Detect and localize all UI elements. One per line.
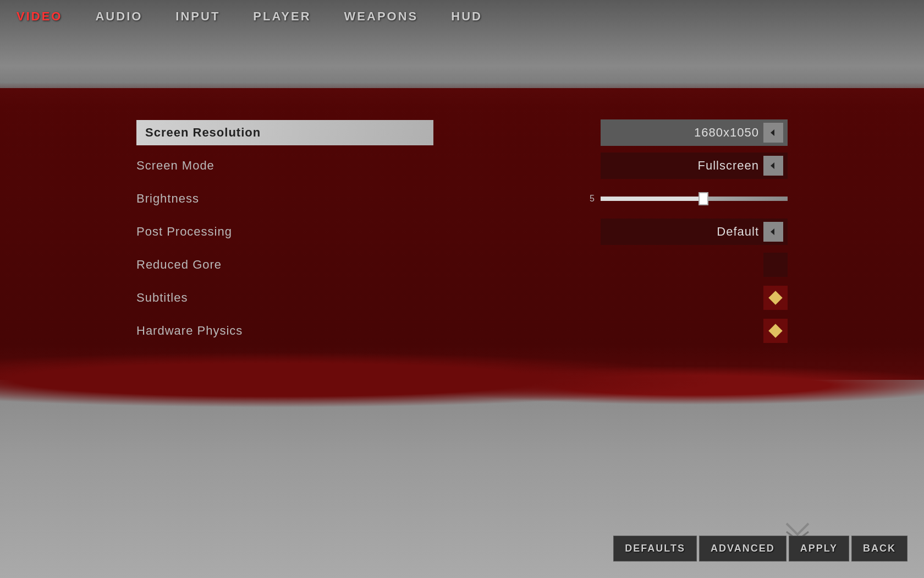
setting-label-hardware-physics: Hardware Physics xyxy=(136,324,433,338)
action-btn-advanced[interactable]: ADVANCED xyxy=(699,536,787,561)
setting-row-hardware-physics: Hardware Physics xyxy=(136,317,788,345)
slider-min-label-brightness: 5 xyxy=(590,194,597,204)
setting-control-screen-mode: Fullscreen xyxy=(433,152,788,179)
nav-item-audio[interactable]: AUDIO xyxy=(95,9,142,24)
setting-row-post-processing: Post ProcessingDefault xyxy=(136,217,788,246)
action-btn-back[interactable]: BACK xyxy=(851,536,908,561)
svg-marker-0 xyxy=(771,129,774,136)
nav-bar: VIDEOAUDIOINPUTPLAYERWEAPONSHUD xyxy=(0,0,924,33)
settings-panel: Screen Resolution1680x1050Screen ModeFul… xyxy=(136,118,788,345)
setting-label-subtitles: Subtitles xyxy=(136,291,433,305)
action-btn-apply[interactable]: APPLY xyxy=(789,536,849,561)
checkbox-reduced-gore[interactable] xyxy=(763,253,788,277)
setting-row-reduced-gore: Reduced Gore xyxy=(136,250,788,279)
arrow-btn-screen-mode[interactable] xyxy=(763,156,783,176)
setting-label-brightness: Brightness xyxy=(136,192,433,206)
slider-fill-brightness xyxy=(601,197,703,201)
setting-control-screen-resolution: 924x578 xyxy=(433,119,788,146)
setting-row-screen-mode: Screen ModeFullscreen xyxy=(136,151,788,180)
diamond-checkbox-hardware-physics[interactable] xyxy=(763,319,788,343)
nav-item-video[interactable]: VIDEO xyxy=(16,9,62,24)
nav-item-player[interactable]: PLAYER xyxy=(253,9,311,24)
svg-marker-2 xyxy=(771,228,774,235)
setting-label-reduced-gore: Reduced Gore xyxy=(136,258,433,272)
diamond-shape-hardware-physics xyxy=(768,324,782,337)
dropdown-screen-mode[interactable]: Fullscreen xyxy=(601,152,788,179)
diamond-shape-subtitles xyxy=(768,291,782,304)
diamond-checkbox-subtitles[interactable] xyxy=(763,286,788,310)
setting-control-subtitles xyxy=(433,286,788,310)
dropdown-screen-resolution[interactable]: 924x578 xyxy=(601,119,788,146)
dropdown-post-processing[interactable]: Default xyxy=(601,219,788,245)
dropdown-value-screen-resolution: 924x578 xyxy=(694,126,759,140)
slider-thumb-brightness[interactable] xyxy=(698,192,708,205)
action-btn-defaults[interactable]: DEFAULTS xyxy=(613,536,697,561)
setting-control-hardware-physics xyxy=(433,319,788,343)
setting-control-reduced-gore xyxy=(433,253,788,277)
slider-brightness[interactable]: 5 xyxy=(590,186,788,212)
nav-item-hud[interactable]: HUD xyxy=(451,9,482,24)
setting-label-screen-mode: Screen Mode xyxy=(136,159,433,173)
setting-control-brightness: 5 xyxy=(433,186,788,212)
nav-item-weapons[interactable]: WEAPONS xyxy=(344,9,419,24)
setting-row-subtitles: Subtitles xyxy=(136,283,788,312)
setting-row-screen-resolution: Screen Resolution1680x1050 xyxy=(136,118,788,147)
setting-label-screen-resolution: Screen Resolution xyxy=(136,120,433,145)
arrow-btn-post-processing[interactable] xyxy=(763,222,783,242)
action-buttons: DEFAULTSADVANCEDAPPLYBACK xyxy=(613,536,908,561)
dropdown-value-post-processing: Default xyxy=(717,225,759,239)
svg-marker-1 xyxy=(771,162,774,169)
setting-control-post-processing: Default xyxy=(433,219,788,245)
slider-track-brightness[interactable] xyxy=(601,197,788,201)
setting-row-brightness: Brightness5 xyxy=(136,184,788,213)
setting-label-post-processing: Post Processing xyxy=(136,225,433,239)
arrow-btn-screen-resolution[interactable] xyxy=(763,123,783,143)
dropdown-value-screen-mode: Fullscreen xyxy=(698,159,759,173)
blood-splatter-bottom xyxy=(0,352,924,407)
nav-item-input[interactable]: INPUT xyxy=(175,9,220,24)
